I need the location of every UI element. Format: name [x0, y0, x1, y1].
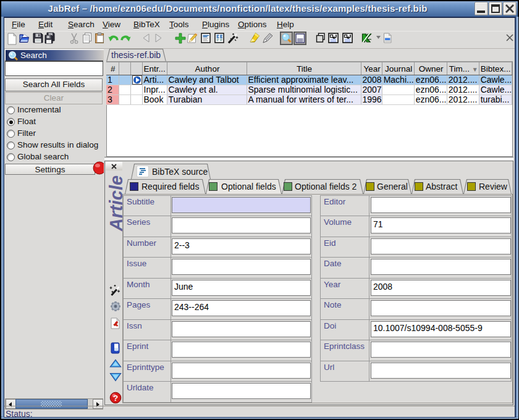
svg-text:?: ?	[113, 393, 118, 403]
